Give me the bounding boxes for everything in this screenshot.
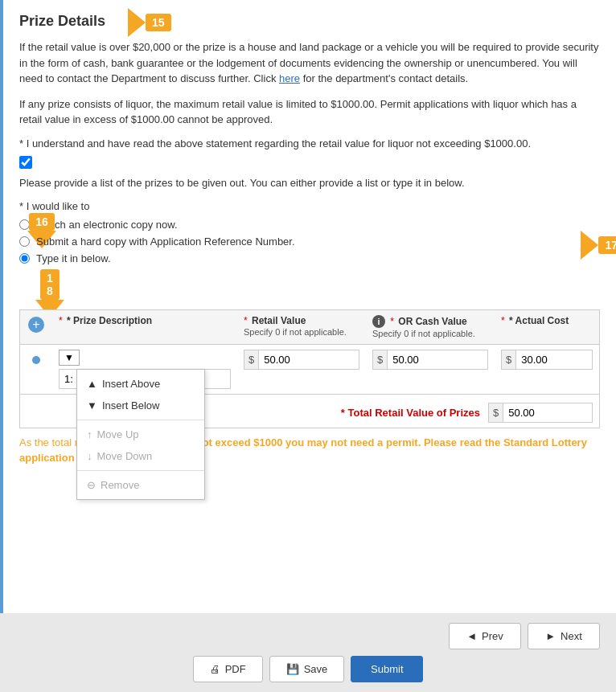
total-input-wrap: $ bbox=[488, 403, 593, 423]
prev-button[interactable]: ◄ Prev bbox=[449, 623, 521, 649]
dropdown-menu: ▲ Insert Above ▼ Insert Below ↑ Move Up bbox=[76, 369, 205, 500]
here-link[interactable]: here bbox=[279, 72, 300, 84]
radio-typein-label: Type it in below. bbox=[36, 252, 111, 264]
radio-hardcopy[interactable] bbox=[19, 236, 30, 247]
page-wrapper: Prize Details 15 If the retail value is … bbox=[0, 0, 616, 692]
col-desc-cell: ▼ ▲ Insert Above ▼ Insert Below bbox=[52, 345, 237, 394]
badge-17: 17 bbox=[598, 236, 616, 254]
retail-input-wrap: $ bbox=[244, 350, 359, 370]
provide-list-text: Please provide a list of the prizes to b… bbox=[19, 177, 600, 189]
retail-input[interactable] bbox=[259, 350, 359, 369]
cash-input-wrap: $ bbox=[372, 350, 488, 370]
annotation-17: 17 bbox=[581, 231, 616, 260]
col-desc-header: * * Prize Description bbox=[52, 310, 237, 344]
pdf-button[interactable]: 🖨 PDF bbox=[193, 656, 263, 682]
col-retail-cell: $ bbox=[237, 345, 366, 394]
radio-option-2: Submit a hard copy with Application Refe… bbox=[19, 235, 600, 248]
content-area: Prize Details 15 If the retail value is … bbox=[0, 0, 616, 613]
badge-16: 16 bbox=[29, 213, 55, 231]
page-title: Prize Details bbox=[19, 13, 600, 30]
total-input[interactable] bbox=[503, 403, 592, 422]
col-retail-header: * Retail Value Specify 0 if not applicab… bbox=[237, 310, 366, 344]
nav-row: ◄ Prev ► Next bbox=[16, 623, 600, 649]
add-row-button[interactable]: + bbox=[28, 317, 44, 333]
col-add-header: + bbox=[20, 310, 52, 344]
action-row: 🖨 PDF 💾 Save Submit bbox=[16, 656, 600, 682]
save-button[interactable]: 💾 Save bbox=[269, 656, 345, 682]
annotation-18-container: 18 bbox=[19, 269, 600, 301]
statement-label: * I understand and have read the above s… bbox=[19, 137, 600, 149]
info-icon: i bbox=[372, 315, 385, 328]
info-paragraph-1: If the retail value is over $20,000 or t… bbox=[19, 39, 600, 87]
radio-option-3: Type it in below. bbox=[19, 252, 600, 264]
col-actual-cell: $ bbox=[495, 345, 599, 394]
menu-insert-below[interactable]: ▼ Insert Below bbox=[77, 395, 204, 416]
col-cash-header: i * OR Cash Value Specify 0 if not appli… bbox=[366, 310, 495, 344]
badge-15: 15 bbox=[146, 14, 171, 31]
statement-checkbox[interactable] bbox=[19, 156, 32, 169]
arrow-15-shape bbox=[128, 8, 146, 37]
annotation-15: 15 bbox=[128, 8, 171, 37]
menu-move-down: ↓ Move Down bbox=[77, 445, 204, 467]
col-cash-cell: $ bbox=[366, 345, 495, 394]
col-actual-header: * * Actual Cost bbox=[495, 310, 599, 344]
radio-attach-label: Attach an electronic copy now. bbox=[36, 219, 178, 231]
dropdown-trigger: ▼ bbox=[59, 350, 231, 366]
menu-move-up: ↑ Move Up bbox=[77, 424, 204, 445]
cash-input[interactable] bbox=[388, 350, 487, 369]
statement-checkbox-row bbox=[19, 156, 600, 169]
radio-hardcopy-label: Submit a hard copy with Application Refe… bbox=[36, 235, 295, 248]
table-header: + * * Prize Description * Retail Value S… bbox=[19, 309, 600, 344]
radio-option-1: Attach an electronic copy now. bbox=[19, 219, 600, 231]
table-row: ▼ ▲ Insert Above ▼ Insert Below bbox=[19, 344, 600, 395]
next-button[interactable]: ► Next bbox=[528, 623, 600, 649]
row-indicator bbox=[32, 356, 40, 364]
total-label: * Total Retail Value of Prizes bbox=[341, 403, 480, 423]
bottom-bar: ◄ Prev ► Next 🖨 PDF 💾 Save Submit bbox=[0, 613, 616, 692]
submit-button[interactable]: Submit bbox=[351, 656, 423, 682]
menu-insert-above[interactable]: ▲ Insert Above bbox=[77, 373, 204, 395]
actual-input-wrap: $ bbox=[501, 350, 593, 370]
arrow-17-shape bbox=[581, 231, 598, 260]
info-paragraph-2: If any prize consists of liquor, the max… bbox=[19, 96, 600, 128]
prize-table: + * * Prize Description * Retail Value S… bbox=[19, 309, 600, 428]
dropdown-button[interactable]: ▼ bbox=[59, 350, 80, 366]
radio-typein[interactable] bbox=[19, 253, 30, 264]
badge-18: 18 bbox=[40, 269, 60, 300]
menu-remove: ⊖ Remove bbox=[77, 474, 204, 496]
actual-input[interactable] bbox=[516, 350, 592, 369]
col-add-cell bbox=[20, 345, 52, 394]
radio-group-label: * I would like to bbox=[19, 200, 600, 212]
